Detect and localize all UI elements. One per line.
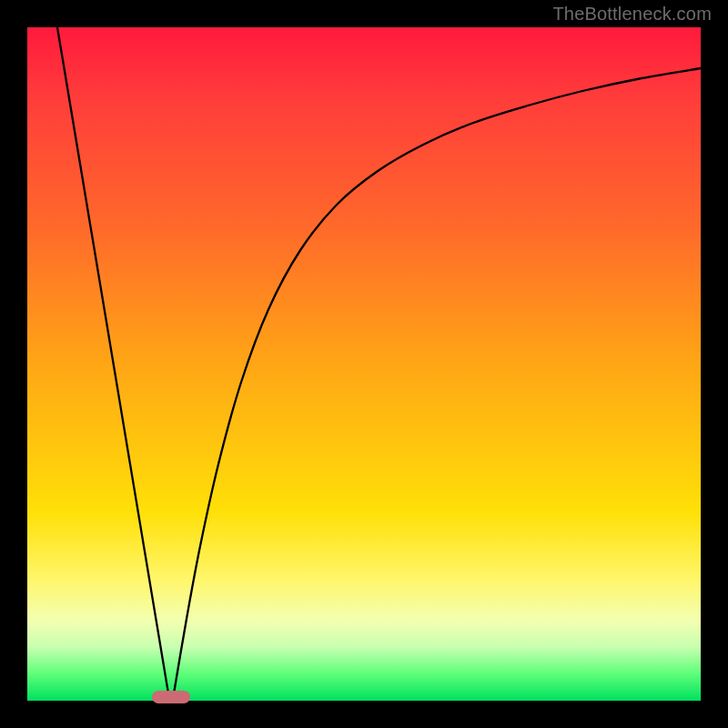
chart-frame: TheBottleneck.com [0,0,728,728]
watermark-text: TheBottleneck.com [552,4,712,25]
plot-area [27,27,701,701]
left-line-path [57,27,169,699]
bottleneck-marker [152,691,190,703]
right-curve-path [173,68,701,699]
curve-layer [27,27,701,701]
